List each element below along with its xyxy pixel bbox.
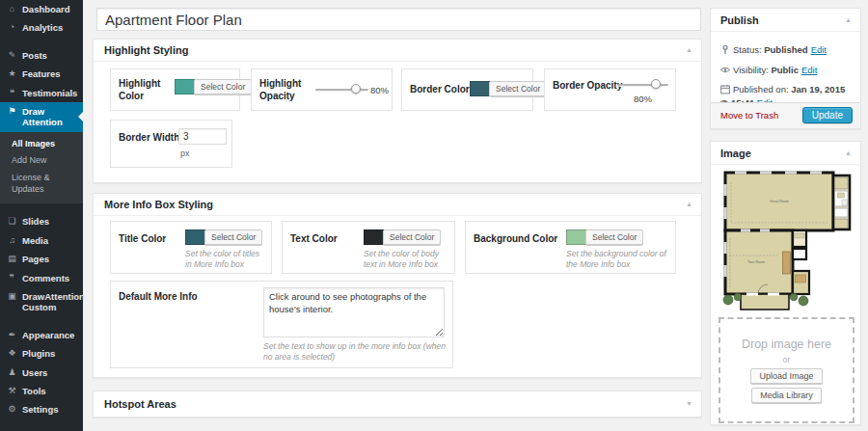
pin-icon: ✎	[7, 50, 17, 61]
published-on-label: Published on:	[733, 84, 789, 94]
upload-image-button[interactable]: Upload Image	[750, 368, 822, 384]
sidebar-separator	[0, 203, 83, 212]
highlight-styling-header[interactable]: Highlight Styling ▲	[94, 40, 701, 62]
sidebar-item-label: DrawAttention Custom	[22, 291, 85, 313]
sidebar-item-analytics[interactable]: ◔ Analytics	[0, 18, 83, 37]
background-color-swatch[interactable]	[566, 229, 586, 245]
status-label: Status:	[733, 44, 762, 55]
sidebar-item-plugins[interactable]: ❖ Plugins	[0, 344, 83, 363]
select-color-button[interactable]: Select Color	[204, 229, 262, 245]
section-title: More Info Box Styling	[104, 199, 213, 210]
sidebar-item-label: Media	[22, 235, 48, 246]
sidebar-item-posts[interactable]: ✎ Posts	[0, 46, 83, 65]
user-icon: ♟	[7, 367, 17, 378]
field-label: Background Color	[474, 232, 557, 245]
sidebar-item-slides[interactable]: ❏ Slides	[0, 212, 83, 230]
publish-header[interactable]: Publish ▲	[711, 9, 860, 32]
post-title-input[interactable]	[96, 8, 701, 31]
image-drop-zone[interactable]: Drop image here or Upload Image Media Li…	[719, 317, 854, 423]
background-color-field: Background Color Select Color Set the ba…	[465, 221, 676, 274]
sidebar-item-drawattention-custom[interactable]: ▣ DrawAttention Custom	[0, 287, 83, 317]
border-opacity-slider[interactable]	[618, 84, 668, 86]
more-info-styling-header[interactable]: More Info Box Styling ▲	[94, 194, 701, 216]
slider-handle[interactable]	[351, 84, 361, 94]
select-color-button[interactable]: Select Color	[194, 79, 252, 94]
image-box-title: Image	[720, 148, 751, 159]
sidebar-item-dashboard[interactable]: ⌂ Dashboard	[0, 0, 83, 18]
field-label: Title Color	[119, 232, 166, 245]
highlight-opacity-slider[interactable]	[315, 89, 368, 91]
text-color-swatch[interactable]	[364, 229, 384, 245]
sidebar-separator	[0, 317, 83, 326]
collapse-toggle-icon[interactable]: ▲	[686, 46, 692, 53]
sidebar-item-pages[interactable]: ▤ Pages	[0, 250, 83, 268]
border-width-field: Border Width px	[110, 120, 232, 168]
select-color-button[interactable]: Select Color	[585, 229, 643, 245]
slider-handle[interactable]	[651, 79, 661, 89]
sidebar-item-label: Plugins	[22, 348, 55, 359]
border-color-field: Border Color Select Color	[401, 68, 533, 111]
media-library-button[interactable]: Media Library	[751, 388, 822, 403]
visibility-label: Visibility:	[733, 65, 769, 75]
sidebar-item-settings[interactable]: ⚙ Settings	[0, 400, 83, 418]
sidebar-item-label: Slides	[22, 216, 49, 227]
field-description: Set the background color of the More Inf…	[566, 249, 667, 271]
sidebar-item-label: Analytics	[22, 22, 63, 33]
sidebar-item-appearance[interactable]: ✒ Appearance	[0, 326, 83, 344]
room-label-twin-room: Twin Room	[747, 260, 765, 264]
edit-status-link[interactable]: Edit	[811, 44, 827, 55]
sidebar-item-media[interactable]: ♫ Media	[0, 231, 83, 250]
sidebar-item-comments[interactable]: ❞ Comments	[0, 269, 83, 287]
status-row: Status: PublishedEdit	[719, 43, 854, 57]
field-label: Text Color	[290, 232, 338, 245]
admin-sidebar: ⌂ Dashboard ◔ Analytics ✎ Posts ★ Featur…	[0, 0, 83, 431]
sidebar-separator	[0, 38, 83, 46]
select-color-button[interactable]: Select Color	[489, 81, 547, 96]
visibility-value: Public	[771, 65, 799, 75]
sidebar-item-label: Comments	[22, 273, 69, 283]
sidebar-item-label: Draw Attention	[22, 106, 79, 128]
collapse-toggle-icon[interactable]: ▲	[686, 201, 692, 207]
custom-post-icon: ▣	[7, 291, 17, 302]
collapse-toggle-icon[interactable]: ▲	[845, 16, 852, 23]
submenu-item-add-new[interactable]: Add New	[0, 152, 83, 170]
image-header[interactable]: Image ▲	[711, 142, 860, 165]
floor-plan-image[interactable]: Great Room Twin Room	[718, 167, 855, 311]
update-button[interactable]: Update	[802, 107, 853, 123]
submenu-item-all-images[interactable]: All Images	[0, 136, 83, 153]
field-label: Highlight Opacity	[259, 77, 310, 102]
sidebar-item-label: Testimonials	[22, 88, 77, 98]
brush-icon: ✒	[7, 330, 17, 340]
pages-icon: ▤	[7, 254, 17, 264]
sidebar-item-features[interactable]: ★ Features	[0, 65, 83, 83]
pushpin-icon: ⚑	[7, 106, 17, 117]
collapse-toggle-icon[interactable]: ▼	[686, 400, 692, 407]
title-color-swatch[interactable]	[185, 229, 205, 245]
sidebar-item-testimonials[interactable]: ❝ Testimonials	[0, 84, 83, 102]
field-label: Border Opacity	[553, 79, 622, 92]
room-label-great-room: Great Room	[770, 200, 789, 203]
move-to-trash-link[interactable]: Move to Trash	[720, 110, 778, 121]
highlight-color-swatch[interactable]	[175, 79, 195, 94]
field-label: Highlight Color	[119, 77, 169, 102]
wrench-icon: ⚒	[7, 386, 17, 396]
edit-visibility-link[interactable]: Edit	[801, 65, 817, 75]
select-color-button[interactable]: Select Color	[383, 229, 441, 245]
sidebar-item-tools[interactable]: ⚒ Tools	[0, 382, 83, 400]
dashboard-icon: ⌂	[7, 4, 17, 14]
more-info-styling-panel: More Info Box Styling ▲ Title Color Sele…	[93, 193, 702, 378]
section-title: Highlight Styling	[104, 44, 188, 56]
border-width-input[interactable]	[178, 128, 227, 145]
sidebar-item-label: Appearance	[22, 330, 74, 340]
default-more-info-textarea[interactable]: Click around to see photographs of the h…	[263, 287, 445, 337]
submenu-item-license-updates[interactable]: License & Updates	[0, 170, 83, 198]
sidebar-item-draw-attention[interactable]: ⚑ Draw Attention	[0, 102, 83, 132]
active-menu-arrow	[78, 112, 83, 121]
sidebar-separator	[0, 419, 83, 428]
hotspot-areas-header[interactable]: Hotspot Areas ▼	[94, 391, 701, 417]
border-color-swatch[interactable]	[470, 81, 490, 96]
sidebar-item-users[interactable]: ♟ Users	[0, 364, 83, 382]
collapse-toggle-icon[interactable]: ▲	[845, 149, 852, 156]
field-description: Set the color of titles in More Info box	[185, 249, 266, 271]
border-width-unit: px	[180, 148, 190, 158]
